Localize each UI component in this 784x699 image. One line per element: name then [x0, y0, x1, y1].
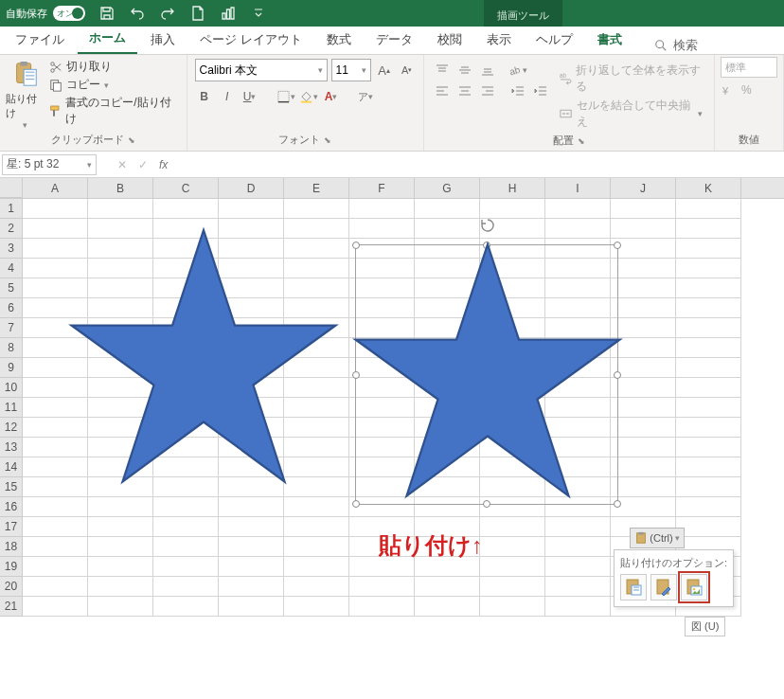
row-header[interactable]: 10: [0, 378, 23, 398]
cell[interactable]: [88, 557, 153, 577]
cancel-icon[interactable]: ✕: [117, 158, 127, 171]
column-header[interactable]: D: [219, 178, 284, 198]
paste-option-keep-source[interactable]: [620, 574, 647, 600]
tell-me-search[interactable]: 検索: [654, 37, 698, 54]
cell[interactable]: [676, 318, 741, 338]
row-header[interactable]: 21: [0, 597, 23, 617]
cell[interactable]: [284, 537, 349, 557]
row-header[interactable]: 11: [0, 398, 23, 418]
cell[interactable]: [219, 557, 284, 577]
tab-view[interactable]: 表示: [475, 26, 523, 54]
cell[interactable]: [545, 537, 611, 557]
orientation-button[interactable]: ab▾: [508, 60, 528, 81]
row-header[interactable]: 19: [0, 557, 23, 577]
redo-icon[interactable]: [159, 5, 176, 22]
new-file-icon[interactable]: [189, 5, 206, 22]
font-color-button[interactable]: A ▾: [322, 85, 341, 108]
cell[interactable]: [480, 597, 545, 617]
column-header[interactable]: H: [480, 178, 545, 198]
paste-dropdown-icon[interactable]: ▾: [23, 120, 27, 130]
column-header[interactable]: F: [349, 178, 415, 198]
cell[interactable]: [153, 557, 219, 577]
tab-help[interactable]: ヘルプ: [525, 26, 584, 54]
dialog-launcher-icon[interactable]: ⬊: [324, 135, 331, 145]
cell[interactable]: [153, 577, 219, 597]
cell[interactable]: [349, 597, 415, 617]
cell[interactable]: [88, 577, 153, 597]
star-shape-original[interactable]: [62, 221, 346, 495]
row-header[interactable]: 5: [0, 278, 23, 298]
cell[interactable]: [284, 517, 349, 537]
align-bottom-button[interactable]: [477, 60, 498, 81]
cell[interactable]: [284, 597, 349, 617]
tab-formulas[interactable]: 数式: [315, 26, 363, 54]
column-header[interactable]: C: [153, 178, 219, 198]
row-header[interactable]: 6: [0, 298, 23, 318]
cell[interactable]: [153, 497, 219, 517]
cell[interactable]: [480, 557, 545, 577]
cell[interactable]: [153, 199, 219, 219]
font-size-combo[interactable]: 11▾: [331, 59, 371, 81]
qat-overflow-icon[interactable]: [250, 5, 267, 22]
worksheet-grid[interactable]: A B C D E F G H I J K 123456789101112131…: [0, 178, 784, 617]
paste-options-button[interactable]: (Ctrl) ▾: [630, 528, 685, 548]
cell[interactable]: [23, 199, 88, 219]
toggle-switch[interactable]: オン: [53, 6, 85, 21]
cell[interactable]: [676, 358, 741, 378]
cell[interactable]: [219, 537, 284, 557]
cell[interactable]: [676, 457, 741, 477]
cell[interactable]: [676, 477, 741, 497]
cell[interactable]: [676, 438, 741, 457]
currency-button[interactable]: ¥: [721, 83, 736, 101]
enter-icon[interactable]: ✓: [138, 158, 148, 171]
cell[interactable]: [153, 517, 219, 537]
decrease-indent-button[interactable]: [508, 81, 528, 101]
cell[interactable]: [88, 497, 153, 517]
cell[interactable]: [23, 517, 88, 537]
cell[interactable]: [349, 577, 415, 597]
row-header[interactable]: 16: [0, 497, 23, 517]
cell[interactable]: [88, 537, 153, 557]
cell[interactable]: [415, 199, 480, 219]
row-header[interactable]: 3: [0, 239, 23, 259]
star-shape-pasted[interactable]: [346, 235, 630, 510]
fill-color-button[interactable]: ▾: [299, 85, 318, 108]
row-header[interactable]: 17: [0, 517, 23, 537]
cell[interactable]: [676, 199, 741, 219]
tab-format[interactable]: 書式: [586, 26, 633, 54]
column-header[interactable]: A: [23, 178, 88, 198]
cell[interactable]: [415, 597, 480, 617]
cell[interactable]: [219, 517, 284, 537]
align-top-button[interactable]: [432, 60, 453, 81]
cell[interactable]: [676, 517, 741, 537]
tab-home[interactable]: ホーム: [78, 24, 137, 54]
chart-icon[interactable]: [220, 5, 237, 22]
cell[interactable]: [676, 338, 741, 358]
cell[interactable]: [676, 219, 741, 239]
align-center-button[interactable]: [454, 81, 475, 101]
cell[interactable]: [676, 278, 741, 298]
dialog-launcher-icon[interactable]: ⬊: [128, 135, 135, 145]
cell[interactable]: [480, 577, 545, 597]
name-box[interactable]: 星: 5 pt 32▾: [2, 154, 97, 175]
decrease-font-button[interactable]: A▾: [398, 59, 417, 81]
cell[interactable]: [219, 597, 284, 617]
cell[interactable]: [545, 517, 611, 537]
merge-center-button[interactable]: セルを結合して中央揃え ▾: [559, 98, 703, 130]
fx-icon[interactable]: fx: [159, 158, 168, 171]
wrap-text-button[interactable]: ab 折り返して全体を表示する: [559, 63, 703, 95]
cell[interactable]: [219, 497, 284, 517]
cell[interactable]: [676, 259, 741, 278]
cell[interactable]: [676, 298, 741, 318]
cell[interactable]: [676, 398, 741, 418]
column-header[interactable]: I: [545, 178, 611, 198]
column-header[interactable]: G: [415, 178, 480, 198]
cell[interactable]: [219, 577, 284, 597]
number-format-combo[interactable]: 標準: [721, 57, 777, 78]
cell[interactable]: [415, 577, 480, 597]
percent-button[interactable]: %: [741, 83, 752, 101]
row-header[interactable]: 14: [0, 457, 23, 477]
cell[interactable]: [545, 199, 611, 219]
cell[interactable]: [23, 597, 88, 617]
paste-option-use-destination[interactable]: [650, 574, 677, 600]
